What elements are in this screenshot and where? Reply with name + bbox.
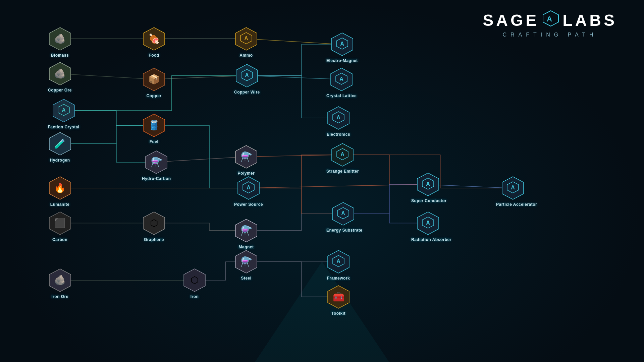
node-copper: 📦Copper xyxy=(142,67,166,98)
node-icon-electro_magnet: A xyxy=(330,32,354,56)
node-icon-carbon: ⬛ xyxy=(48,211,72,235)
nodes-container: 🪨Biomass 🪨Copper Ore A Faction Crystal 🧪… xyxy=(0,0,644,362)
node-icon-iron: ⬡ xyxy=(182,268,207,292)
node-label-faction_crystal: Faction Crystal xyxy=(48,125,79,129)
node-energy_substrate: A Energy Substrate xyxy=(326,202,360,233)
node-icon-steel: ⚗️ xyxy=(234,250,258,274)
node-icon-magnet: ⚗️ xyxy=(234,219,258,243)
svg-text:A: A xyxy=(341,152,345,157)
node-icon-radiation_absorber: A xyxy=(416,211,440,235)
node-label-electronics: Electronics xyxy=(327,132,350,137)
node-hydrogen: 🧪Hydrogen xyxy=(48,132,72,163)
node-label-food: Food xyxy=(149,53,159,58)
node-icon-crystal_lattice: A xyxy=(329,67,354,92)
node-icon-biomass: 🪨 xyxy=(48,27,72,51)
node-copper_wire: A Copper Wire xyxy=(234,64,260,95)
node-label-hydrogen: Hydrogen xyxy=(50,158,70,163)
node-food: 🍖Food xyxy=(142,27,166,58)
node-icon-toolkit: 🧰 xyxy=(326,285,351,309)
node-icon-strange_emitter: A xyxy=(330,143,355,167)
node-iron: ⬡Iron xyxy=(182,268,207,299)
node-icon-hydrogen: 🧪 xyxy=(48,132,72,156)
svg-text:A: A xyxy=(511,185,515,190)
svg-text:A: A xyxy=(341,210,345,216)
node-icon-food: 🍖 xyxy=(142,27,166,51)
node-label-graphene: Graphene xyxy=(144,237,164,242)
node-lumanite: 🔥Lumanite xyxy=(48,176,72,207)
node-radiation_absorber: A Radiation Absorber xyxy=(411,211,445,242)
node-copper_ore: 🪨Copper Ore xyxy=(48,62,72,93)
node-icon-copper: 📦 xyxy=(142,67,166,92)
node-label-iron_ore: Iron Ore xyxy=(51,294,68,299)
node-label-biomass: Biomass xyxy=(51,53,69,58)
node-icon-hydro_carbon: ⚗️ xyxy=(144,150,168,174)
node-graphene: ⬡Graphene xyxy=(142,211,166,242)
node-ammo: A Ammo xyxy=(234,27,258,58)
node-label-energy_substrate: Energy Substrate xyxy=(326,228,360,233)
node-label-framework: Framework xyxy=(327,276,350,281)
node-icon-energy_substrate: A xyxy=(331,202,355,226)
node-icon-framework: A xyxy=(326,250,351,274)
node-label-ammo: Ammo xyxy=(239,53,253,58)
node-icon-polymer: ⚗️ xyxy=(234,145,258,169)
node-label-lumanite: Lumanite xyxy=(50,202,69,207)
node-power_source: A Power Source xyxy=(234,176,263,207)
node-label-copper_ore: Copper Ore xyxy=(48,88,72,93)
node-magnet: ⚗️Magnet xyxy=(234,219,258,249)
node-icon-iron_ore: 🪨 xyxy=(48,268,72,292)
node-label-crystal_lattice: Crystal Lattice xyxy=(326,94,357,98)
node-icon-copper_ore: 🪨 xyxy=(48,62,72,86)
node-label-toolkit: Toolkit xyxy=(331,311,345,316)
node-label-radiation_absorber: Radiation Absorber xyxy=(411,237,445,242)
node-faction_crystal: A Faction Crystal xyxy=(48,99,79,129)
node-icon-ammo: A xyxy=(234,27,258,51)
node-label-polymer: Polymer xyxy=(238,171,255,176)
node-polymer: ⚗️Polymer xyxy=(234,145,258,176)
node-label-copper: Copper xyxy=(147,94,162,98)
node-icon-graphene: ⬡ xyxy=(142,211,166,235)
node-hydro_carbon: ⚗️Hydro-Carbon xyxy=(142,150,171,181)
node-icon-lumanite: 🔥 xyxy=(48,176,72,200)
node-label-strange_emitter: Strange Emitter xyxy=(326,169,359,174)
node-icon-copper_wire: A xyxy=(235,64,259,88)
node-label-copper_wire: Copper Wire xyxy=(234,90,260,95)
node-iron_ore: 🪨Iron Ore xyxy=(48,268,72,299)
node-carbon: ⬛Carbon xyxy=(48,211,72,242)
node-label-carbon: Carbon xyxy=(52,237,67,242)
node-fuel: 🛢️Fuel xyxy=(142,113,166,144)
node-icon-power_source: A xyxy=(236,176,261,200)
node-icon-particle_accelerator: A xyxy=(501,176,525,200)
node-label-magnet: Magnet xyxy=(239,245,254,249)
node-icon-electronics: A xyxy=(326,106,351,130)
node-super_conductor: A Super Conductor xyxy=(411,172,445,203)
svg-text:A: A xyxy=(336,115,340,120)
svg-text:A: A xyxy=(340,41,344,47)
node-label-hydro_carbon: Hydro-Carbon xyxy=(142,176,171,181)
node-framework: A Framework xyxy=(326,250,351,281)
node-label-steel: Steel xyxy=(241,276,251,281)
node-strange_emitter: A Strange Emitter xyxy=(326,143,359,174)
svg-text:A: A xyxy=(62,107,66,113)
node-label-particle_accelerator: Particle Accelerator xyxy=(496,202,530,207)
svg-text:A: A xyxy=(339,76,343,82)
node-icon-faction_crystal: A xyxy=(52,99,76,123)
node-electronics: A Electronics xyxy=(326,106,351,137)
svg-text:A: A xyxy=(426,181,430,187)
node-electro_magnet: A Electro-Magnet xyxy=(326,32,358,63)
svg-text:A: A xyxy=(426,220,430,226)
node-label-super_conductor: Super Conductor xyxy=(411,198,445,203)
node-label-fuel: Fuel xyxy=(150,139,159,144)
svg-text:A: A xyxy=(245,72,249,78)
node-biomass: 🪨Biomass xyxy=(48,27,72,58)
node-label-power_source: Power Source xyxy=(234,202,263,207)
node-crystal_lattice: A Crystal Lattice xyxy=(326,67,357,98)
svg-text:A: A xyxy=(336,258,340,264)
node-icon-fuel: 🛢️ xyxy=(142,113,166,137)
svg-text:A: A xyxy=(244,36,248,41)
svg-text:A: A xyxy=(247,185,251,190)
node-label-electro_magnet: Electro-Magnet xyxy=(326,58,358,63)
node-label-iron: Iron xyxy=(191,294,199,299)
node-steel: ⚗️Steel xyxy=(234,250,258,281)
node-icon-super_conductor: A xyxy=(416,172,440,196)
node-toolkit: 🧰Toolkit xyxy=(326,285,351,316)
